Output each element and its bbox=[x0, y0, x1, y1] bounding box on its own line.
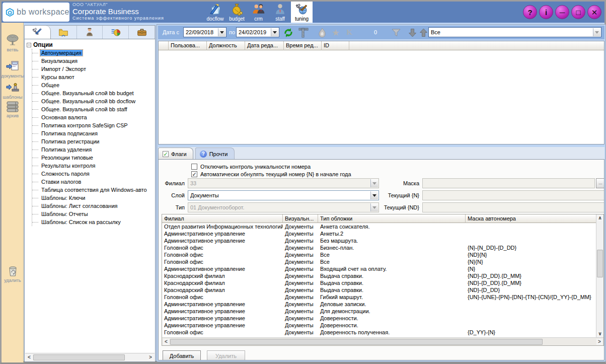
move-up-icon[interactable] bbox=[418, 27, 429, 38]
sidebar-item-branch[interactable]: ветвь bbox=[2, 34, 24, 52]
scroll-right-icon[interactable]: > bbox=[147, 354, 154, 360]
tree-item[interactable]: Сложность пароля bbox=[32, 170, 155, 178]
tab-person[interactable] bbox=[77, 26, 103, 39]
module-tab-budget[interactable]: budget bbox=[226, 2, 248, 23]
tree-item[interactable]: Результаты контроля bbox=[32, 162, 155, 170]
table-row[interactable]: Краснодарский филиал Документы Выдача сп… bbox=[162, 286, 596, 294]
unique-number-checkbox[interactable]: ✓ bbox=[191, 164, 197, 170]
tree-item[interactable]: Визуализация bbox=[32, 57, 155, 65]
reset-number-checkbox[interactable]: ✓ bbox=[191, 171, 197, 177]
sidebar-item-documents[interactable]: документы bbox=[2, 60, 24, 79]
history-table[interactable]: Пользова...ДолжностьДата реда...Время ре… bbox=[158, 41, 604, 144]
help-button[interactable]: ? bbox=[523, 5, 537, 19]
module-tab-docflow[interactable]: docflow bbox=[204, 2, 226, 23]
move-down-icon[interactable] bbox=[407, 27, 418, 38]
sidebar-item-archive[interactable]: архив bbox=[2, 100, 24, 118]
tree-item[interactable]: Импорт / Экспорт bbox=[32, 65, 155, 73]
autonumber-column-header[interactable]: Филиал bbox=[162, 214, 283, 223]
scroll-thumb[interactable] bbox=[597, 250, 603, 277]
collapse-icon[interactable]: − bbox=[27, 43, 31, 47]
table-row[interactable]: Административное управление Документы Ан… bbox=[162, 230, 596, 237]
tree-root[interactable]: − Опции bbox=[27, 41, 155, 49]
table-row[interactable]: Административное управление Документы Де… bbox=[162, 301, 596, 308]
module-tab-crm[interactable]: crm bbox=[248, 2, 269, 23]
autonumber-column-header[interactable]: Тип обложки bbox=[318, 214, 466, 223]
date-from-picker[interactable]: 22/09/2018 bbox=[183, 27, 226, 37]
tab-shared-folder[interactable] bbox=[51, 26, 77, 39]
table-row[interactable]: Краснодарский филиал Документы Выдача сп… bbox=[162, 272, 596, 279]
scroll-thumb[interactable] bbox=[170, 339, 543, 345]
tree-item[interactable]: Резолюции типовые bbox=[32, 154, 155, 162]
date-to-picker[interactable]: 24/02/2019 bbox=[236, 27, 279, 37]
table-row[interactable]: Головной офис Документы Доверенность пол… bbox=[162, 329, 596, 336]
tree-item[interactable]: Шаблоны: Список на рассылку bbox=[32, 218, 155, 226]
tree-item[interactable]: Политика удаления bbox=[32, 145, 155, 154]
tab-read[interactable]: ? Прочти bbox=[195, 148, 235, 160]
autonumber-column-header[interactable]: Маска автономера bbox=[466, 214, 603, 223]
tree-item[interactable]: Политика регистрации bbox=[32, 137, 155, 145]
table-row[interactable]: Головной офис Документы Все {ND}{N} bbox=[162, 251, 596, 258]
tree-item[interactable]: Общее. Визуальный слой bb budget bbox=[32, 89, 155, 97]
scroll-down-icon[interactable]: ∨ bbox=[597, 331, 603, 337]
scroll-right-icon[interactable]: > bbox=[596, 339, 602, 345]
tree-item[interactable]: Шаблоны: Отчеты bbox=[32, 210, 155, 218]
scroll-up-icon[interactable]: ∧ bbox=[597, 215, 603, 221]
table-row[interactable]: Головной офис Документы Гибкий маршрут. … bbox=[162, 294, 596, 301]
table-row[interactable]: Краснодарский филиал Документы Выдача сп… bbox=[162, 279, 596, 286]
tree-item[interactable]: Ставки налогов bbox=[32, 178, 155, 186]
tab-flags[interactable]: ✓ Флаги bbox=[158, 148, 193, 160]
table-row[interactable]: Головной офис Документы Все {N}{N} bbox=[162, 258, 596, 265]
tree-item[interactable]: Политика подписания bbox=[32, 129, 155, 137]
refresh-icon[interactable] bbox=[283, 27, 294, 38]
layer-dropdown-icon[interactable] bbox=[370, 191, 378, 199]
scroll-left-icon[interactable]: < bbox=[163, 339, 169, 345]
table-row[interactable]: Административное управление Документы До… bbox=[162, 315, 596, 322]
tab-briefcase[interactable] bbox=[129, 26, 155, 39]
autonumber-column-header[interactable]: Визуальн... bbox=[283, 214, 318, 223]
table-row[interactable]: Административное управление Документы До… bbox=[162, 322, 596, 329]
history-column-header[interactable]: ID bbox=[322, 41, 349, 50]
module-tab-staff[interactable]: staff bbox=[269, 2, 291, 23]
caliper-icon[interactable] bbox=[298, 27, 309, 38]
history-column-header[interactable] bbox=[159, 41, 169, 50]
tree-item[interactable]: Автонумерация bbox=[32, 49, 155, 57]
tree-item[interactable]: Общее. Визуальный слой bb docflow bbox=[32, 97, 155, 105]
tree-item[interactable]: Основная валюта bbox=[32, 113, 155, 121]
layer-select[interactable]: Документы bbox=[188, 190, 379, 200]
tree-item[interactable]: Шаблоны: Лист согласования bbox=[32, 202, 155, 210]
scroll-left-icon[interactable]: < bbox=[26, 354, 32, 360]
table-row[interactable]: Административное управление Документы Вх… bbox=[162, 265, 596, 272]
tab-reports[interactable] bbox=[103, 26, 129, 39]
minimize-button[interactable]: ─ bbox=[555, 5, 569, 19]
tab-tuning-tools[interactable] bbox=[25, 26, 51, 39]
tree-item[interactable]: Политика контроля SafeSign CSP bbox=[32, 121, 155, 129]
table-row[interactable]: Административное управление Документы Дл… bbox=[162, 308, 596, 315]
info-button[interactable]: i bbox=[539, 5, 553, 19]
date-to-dropdown-icon[interactable] bbox=[271, 28, 278, 36]
table-vertical-scrollbar[interactable]: ∧ ∨ bbox=[596, 214, 603, 337]
scope-filter-select[interactable]: Все bbox=[428, 27, 601, 37]
table-row[interactable]: Административное управление Документы Бе… bbox=[162, 237, 596, 244]
tree-item[interactable]: Шаблоны: Ключи bbox=[32, 194, 155, 202]
maximize-button[interactable]: □ bbox=[571, 5, 585, 19]
table-horizontal-scrollbar[interactable]: < > bbox=[162, 337, 603, 345]
sidebar-item-delete[interactable]: удалить bbox=[2, 264, 24, 283]
scroll-thumb[interactable] bbox=[33, 354, 125, 360]
sidebar-item-templates[interactable]: шаблоны bbox=[2, 81, 24, 100]
tree-item[interactable]: Таблица соответствия для Windows-авто bbox=[32, 186, 155, 194]
tree-item[interactable]: Общее bbox=[32, 81, 155, 89]
tree-horizontal-scrollbar[interactable]: < > bbox=[25, 353, 155, 361]
history-column-header[interactable]: Время ред... bbox=[284, 41, 322, 50]
table-row[interactable]: Отдел развития Информационных технологий… bbox=[162, 223, 596, 230]
history-column-header[interactable]: Должность bbox=[207, 41, 245, 50]
tree-item[interactable]: Курсы валют bbox=[32, 73, 155, 81]
table-row[interactable]: Головной офис Документы Бизнес-план. {N}… bbox=[162, 244, 596, 251]
history-column-header[interactable]: Пользова... bbox=[169, 41, 207, 50]
tree-item[interactable]: Общее. Визуальный слой bb staff bbox=[32, 105, 155, 113]
add-button[interactable]: Добавить bbox=[163, 350, 201, 360]
date-from-dropdown-icon[interactable] bbox=[218, 28, 225, 36]
module-tab-tuning[interactable]: tuning bbox=[291, 2, 313, 23]
autonumber-table[interactable]: ФилиалВизуальн...Тип обложкиМаска автоно… bbox=[162, 214, 604, 346]
mask-browse-button[interactable]: ... bbox=[596, 178, 604, 188]
close-button[interactable]: ✕ bbox=[587, 5, 601, 19]
